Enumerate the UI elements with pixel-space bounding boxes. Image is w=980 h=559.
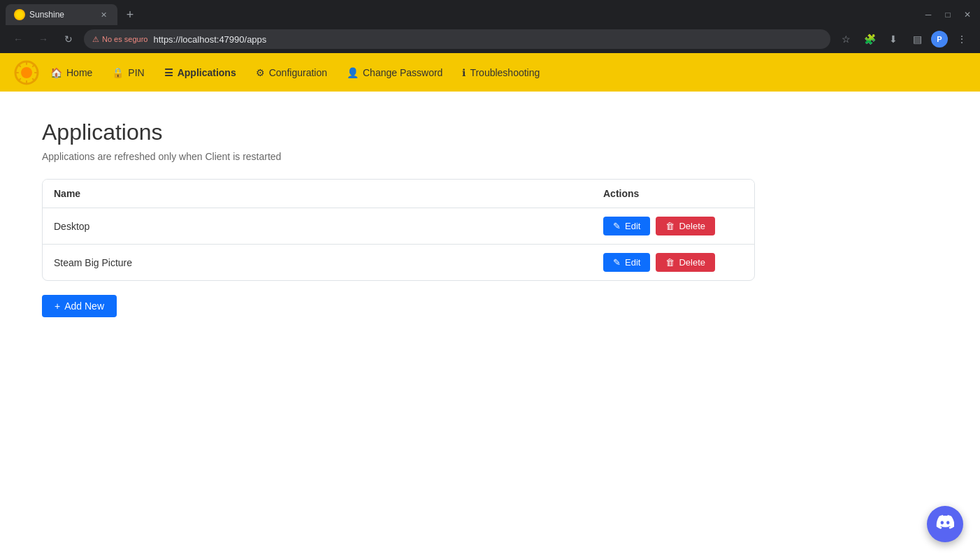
close-window-button[interactable]: ✕: [960, 8, 974, 22]
security-icon: ⚠: [92, 35, 99, 44]
app-name-steam: Steam Big Picture: [54, 257, 603, 268]
edit-icon: ✎: [613, 221, 621, 231]
add-new-label: Add New: [64, 300, 104, 312]
delete-steam-label: Delete: [679, 257, 705, 268]
menu-button[interactable]: ⋮: [952, 29, 972, 49]
trash-icon: 🗑: [665, 257, 675, 268]
plus-icon: +: [55, 300, 60, 312]
nav-change-password[interactable]: 👤 Change Password: [338, 63, 451, 82]
table-header: Name Actions: [43, 180, 754, 208]
nav-pin[interactable]: 🔒 PIN: [103, 63, 152, 82]
delete-desktop-label: Delete: [679, 221, 705, 231]
url-text: https://localhost:47990/apps: [153, 34, 266, 45]
edit-steam-label: Edit: [625, 257, 640, 268]
info-icon: ℹ: [462, 67, 466, 78]
nav-change-password-label: Change Password: [363, 67, 442, 78]
applications-table: Name Actions Desktop ✎ Edit 🗑 Delete Ste…: [42, 179, 755, 281]
address-bar: ← → ↻ ⚠ No es seguro https://localhost:4…: [0, 25, 980, 53]
security-badge: ⚠ No es seguro: [92, 35, 147, 44]
sunshine-favicon-icon: [14, 9, 25, 20]
edit-icon: ✎: [613, 257, 621, 268]
row-actions-desktop: ✎ Edit 🗑 Delete: [603, 217, 743, 235]
edit-steam-button[interactable]: ✎ Edit: [603, 253, 650, 272]
user-edit-icon: 👤: [347, 67, 359, 78]
nav-pin-label: PIN: [128, 67, 144, 78]
column-actions-header: Actions: [603, 188, 743, 199]
gear-icon: ⚙: [256, 67, 265, 78]
edit-desktop-label: Edit: [625, 221, 640, 231]
app-logo: [14, 60, 39, 85]
column-name-header: Name: [54, 188, 603, 199]
maximize-button[interactable]: □: [941, 8, 955, 22]
browser-tab[interactable]: Sunshine ✕: [6, 4, 117, 25]
sidebar-button[interactable]: ▤: [907, 29, 927, 49]
edit-desktop-button[interactable]: ✎ Edit: [603, 217, 650, 235]
security-label: No es seguro: [102, 35, 147, 43]
nav-troubleshooting[interactable]: ℹ Troubleshooting: [454, 63, 548, 82]
new-tab-button[interactable]: +: [120, 5, 140, 24]
app-nav: 🏠 Home 🔒 PIN ☰ Applications ⚙ Configurat…: [0, 53, 980, 92]
nav-troubleshooting-label: Troubleshooting: [470, 67, 540, 78]
download-button[interactable]: ⬇: [884, 29, 903, 49]
lock-icon: 🔒: [112, 67, 124, 78]
home-icon: 🏠: [50, 67, 62, 78]
browser-chrome: Sunshine ✕ + ─ □ ✕ ← → ↻ ⚠ No es seguro …: [0, 0, 980, 53]
nav-applications-label: Applications: [178, 67, 236, 78]
minimize-button[interactable]: ─: [921, 8, 935, 22]
tab-close-button[interactable]: ✕: [98, 9, 109, 20]
page-title: Applications: [42, 119, 938, 145]
main-content: Applications Applications are refreshed …: [0, 92, 980, 511]
nav-configuration[interactable]: ⚙ Configuration: [247, 63, 336, 82]
profile-avatar[interactable]: P: [931, 31, 948, 48]
add-new-button[interactable]: + Add New: [42, 295, 117, 317]
url-bar[interactable]: ⚠ No es seguro https://localhost:47990/a…: [84, 29, 830, 49]
window-controls: ─ □ ✕: [921, 8, 974, 22]
reload-button[interactable]: ↻: [59, 29, 78, 49]
table-row: Desktop ✎ Edit 🗑 Delete: [43, 208, 754, 245]
app-name-desktop: Desktop: [54, 221, 603, 232]
bookmark-button[interactable]: ☆: [836, 29, 856, 49]
nav-applications[interactable]: ☰ Applications: [156, 63, 245, 82]
nav-configuration-label: Configuration: [269, 67, 327, 78]
apps-menu-icon: ☰: [164, 67, 173, 78]
tab-title: Sunshine: [29, 10, 94, 20]
trash-icon: 🗑: [665, 221, 675, 231]
toolbar-right: ☆ 🧩 ⬇ ▤ P ⋮: [836, 29, 972, 49]
tab-favicon: [14, 9, 25, 20]
nav-home-label: Home: [66, 67, 92, 78]
svg-point-1: [21, 67, 32, 78]
tab-bar: Sunshine ✕ + ─ □ ✕: [0, 0, 980, 25]
row-actions-steam: ✎ Edit 🗑 Delete: [603, 253, 743, 272]
page-subtitle: Applications are refreshed only when Cli…: [42, 151, 938, 162]
forward-button[interactable]: →: [34, 29, 53, 49]
delete-desktop-button[interactable]: 🗑 Delete: [656, 217, 715, 235]
table-row: Steam Big Picture ✎ Edit 🗑 Delete: [43, 245, 754, 280]
extensions-button[interactable]: 🧩: [860, 29, 879, 49]
nav-home[interactable]: 🏠 Home: [42, 63, 101, 82]
back-button[interactable]: ←: [8, 29, 28, 49]
delete-steam-button[interactable]: 🗑 Delete: [656, 253, 715, 272]
